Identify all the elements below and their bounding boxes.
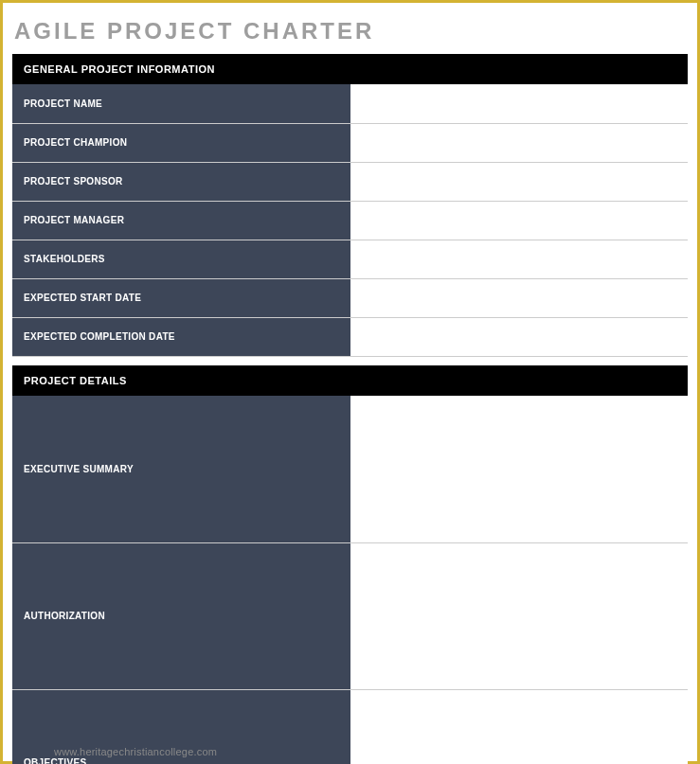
label-expected-start: EXPECTED START DATE [12,278,350,317]
label-executive-summary: EXECUTIVE SUMMARY [12,396,350,542]
row-executive-summary: EXECUTIVE SUMMARY [12,396,688,542]
label-expected-completion: EXPECTED COMPLETION DATE [12,317,350,356]
label-stakeholders: STAKEHOLDERS [12,240,350,278]
value-project-sponsor[interactable] [350,162,689,201]
section-header-general: GENERAL PROJECT INFORMATION [12,54,688,84]
document-border: AGILE PROJECT CHARTER GENERAL PROJECT IN… [0,0,700,764]
value-expected-completion[interactable] [350,317,689,356]
label-project-name: PROJECT NAME [12,84,350,123]
value-project-name[interactable] [350,84,689,123]
section-header-general-label: GENERAL PROJECT INFORMATION [12,54,688,84]
row-stakeholders: STAKEHOLDERS [12,240,688,278]
watermark-text: www.heritagechristiancollege.com [54,746,217,757]
value-stakeholders[interactable] [350,240,689,278]
value-objectives[interactable] [350,689,689,764]
section-header-details: PROJECT DETAILS [12,365,688,396]
value-authorization[interactable] [350,542,689,689]
charter-table: GENERAL PROJECT INFORMATION PROJECT NAME… [12,54,688,764]
label-project-champion: PROJECT CHAMPION [12,123,350,162]
value-executive-summary[interactable] [350,396,689,542]
label-project-sponsor: PROJECT SPONSOR [12,162,350,201]
value-project-champion[interactable] [350,123,689,162]
document-title: AGILE PROJECT CHARTER [14,18,688,44]
row-authorization: AUTHORIZATION [12,542,688,689]
section-spacer [12,356,688,365]
row-project-sponsor: PROJECT SPONSOR [12,162,688,201]
row-project-champion: PROJECT CHAMPION [12,123,688,162]
row-project-manager: PROJECT MANAGER [12,201,688,240]
section-header-details-label: PROJECT DETAILS [12,365,688,396]
row-expected-completion: EXPECTED COMPLETION DATE [12,317,688,356]
row-project-name: PROJECT NAME [12,84,688,123]
value-project-manager[interactable] [350,201,689,240]
value-expected-start[interactable] [350,278,689,317]
label-authorization: AUTHORIZATION [12,542,350,689]
label-project-manager: PROJECT MANAGER [12,201,350,240]
row-expected-start: EXPECTED START DATE [12,278,688,317]
page-container: AGILE PROJECT CHARTER GENERAL PROJECT IN… [5,5,695,759]
